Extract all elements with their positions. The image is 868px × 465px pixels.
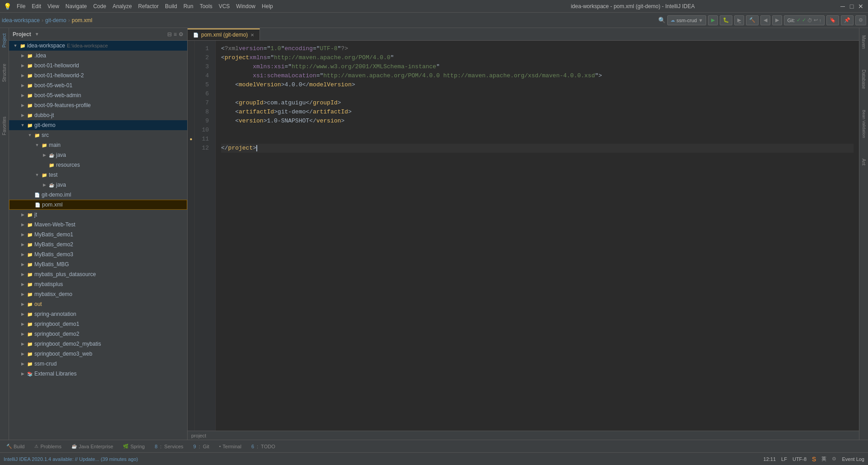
menu-run[interactable]: Run [181,2,196,10]
bean-validation-tab[interactable]: Bean Validation [861,106,867,141]
status-lang-icon[interactable]: 英 [821,456,826,462]
tree-item-mavenwebtest[interactable]: ▶ 📁 Maven-Web-Test [9,220,187,230]
forward-button[interactable]: ▶ [772,15,782,25]
tree-item-main[interactable]: ▼ 📁 main [9,140,187,150]
status-position[interactable]: 12:11 [764,456,776,462]
menu-code[interactable]: Code [90,2,109,10]
maven-tab[interactable]: Maven [860,32,867,52]
tree-item-mybatisplusds[interactable]: ▶ 📁 mybatis_plus_datasource [9,269,187,279]
tree-item-gitdemo[interactable]: ▼ 📁 git-demo [9,120,187,130]
run-button[interactable]: ▶ [708,15,718,25]
ant-tab[interactable]: Ant [860,155,867,169]
close-button[interactable]: ✕ [857,3,864,10]
bottom-tab-todo[interactable]: 6 : TODO [247,441,280,452]
gear-icon[interactable]: ⚙ [179,31,184,38]
tree-item-boot05webadmin[interactable]: ▶ 📁 boot-05-web-admin [9,90,187,100]
tree-item-out[interactable]: ▶ 📁 out [9,299,187,309]
tree-item-ssmcrud[interactable]: ▶ 📁 ssm-crud [9,359,187,369]
tree-item-mybatismbg[interactable]: ▶ 📁 MyBatis_MBG [9,259,187,269]
tree-item-sbdemo3web[interactable]: ▶ 📁 springboot_demo3_web [9,349,187,359]
back-button[interactable]: ◀ [760,15,770,25]
menu-window[interactable]: Window [233,2,258,10]
bottom-tab-spring[interactable]: 🌿 Spring [118,441,149,452]
bottom-tab-build[interactable]: 🔨 Build [2,441,29,452]
tree-item-sbdemo2mybatis[interactable]: ▶ 📁 springboot_demo2_mybatis [9,339,187,349]
menu-help[interactable]: Help [259,2,276,10]
status-event-log[interactable]: Event Log [842,456,864,462]
tree-item-pom[interactable]: 📄 pom.xml [9,200,187,210]
tree-item-boot01-2[interactable]: ▶ 📁 boot-01-helloworld-2 [9,70,187,80]
search-everywhere-icon[interactable]: 🔍 [658,17,665,23]
favorites-side-tab[interactable]: Favorites [1,113,8,139]
code-editor[interactable]: ● 1 2 3 4 5 6 7 8 9 10 11 12 [188,41,859,431]
git-revert-icon[interactable]: ↩ [814,17,818,23]
pin-icon[interactable]: 📌 [841,15,854,25]
tree-item-sbdemo1[interactable]: ▶ 📁 springboot_demo1 [9,319,187,329]
tree-item-boot09[interactable]: ▶ 📁 boot-09-features-profile [9,100,187,110]
menu-view[interactable]: View [45,2,62,10]
git-check-icon[interactable]: ✓ [797,17,801,23]
maximize-button[interactable]: □ [848,3,855,10]
menu-refactor[interactable]: Refactor [136,2,161,10]
minimize-button[interactable]: ─ [839,3,846,10]
database-tab[interactable]: Database [860,66,867,93]
tree-item-boot05web01[interactable]: ▶ 📁 boot-05-web-01 [9,80,187,90]
expand-iml-icon [27,192,33,197]
project-dropdown-icon[interactable]: ▼ [35,32,39,37]
tree-item-src[interactable]: ▼ 📁 src [9,130,187,140]
menu-file[interactable]: File [14,2,28,10]
tab-close-button[interactable]: ✕ [250,33,254,38]
debug-button[interactable]: 🐛 [720,15,732,25]
tree-item-java-main[interactable]: ▶ ☕ java [9,150,187,160]
collapse-all-icon[interactable]: ⊟ [167,31,172,38]
bookmark-icon[interactable]: 🔖 [826,15,839,25]
project-side-tab[interactable]: Project [1,30,8,51]
editor-tab-pom[interactable]: 📄 pom.xml (git-demo) ✕ [188,28,260,40]
tree-item-mybatis2[interactable]: ▶ 📁 MyBatis_demo2 [9,240,187,249]
status-line-ending[interactable]: LF [781,456,787,462]
tree-item-sbdemo2[interactable]: ▶ 📁 springboot_demo2 [9,329,187,339]
breadcrumb-item-3[interactable]: pom.xml [72,17,92,23]
bottom-tab-git[interactable]: 9 : Git [189,441,214,452]
settings-icon[interactable]: ⚙ [855,15,866,25]
menu-edit[interactable]: Edit [29,2,44,10]
status-message[interactable]: IntelliJ IDEA 2020.1.4 available: // Upd… [4,456,138,462]
tree-item-mybatisplus[interactable]: ▶ 📁 mybatisplus [9,279,187,289]
tree-item-test[interactable]: ▼ 📁 test [9,170,187,180]
tree-item-mybatis3[interactable]: ▶ 📁 MyBatis_demo3 [9,249,187,259]
breadcrumb-item-1[interactable]: idea-workspace [2,17,40,23]
git-push-icon[interactable]: ↑ [819,18,822,23]
tree-item-mybatis1[interactable]: ▶ 📁 MyBatis_demo1 [9,230,187,240]
structure-side-tab[interactable]: Structure [1,60,8,86]
tree-item-root[interactable]: ▼ 📁 idea-workspace E:\idea-workspace [9,41,187,51]
tree-item-boot01[interactable]: ▶ 📁 boot-01-helloworld [9,61,187,70]
tree-item-idea[interactable]: ▶ 📁 .idea [9,51,187,61]
tree-item-java-test[interactable]: ▶ ☕ java [9,180,187,190]
coverage-button[interactable]: ▶̲ [734,15,744,25]
bottom-tab-problems[interactable]: ⚠ Problems [30,441,66,452]
bottom-tab-terminal[interactable]: ▪ Terminal [215,441,246,452]
tree-item-jt[interactable]: ▶ 📁 jt [9,210,187,220]
tree-item-springanno[interactable]: ▶ 📁 spring-annotation [9,309,187,319]
bottom-tab-services[interactable]: 8 : Services [150,441,188,452]
tree-item-resources[interactable]: 📁 resources [9,160,187,170]
tree-item-mybatisxdemo[interactable]: ▶ 📁 mybatisx_demo [9,289,187,299]
status-encoding[interactable]: UTF-8 [793,456,807,462]
status-settings-icon[interactable]: ⚙ [832,456,836,462]
tree-item-gitdemo-iml[interactable]: 📄 git-demo.iml [9,190,187,200]
build-button[interactable]: 🔨 [746,15,759,25]
menu-analyze[interactable]: Analyze [110,2,135,10]
breadcrumb-item-2[interactable]: git-demo [45,17,66,23]
git-history-icon[interactable]: ⏱ [807,18,812,23]
tree-item-dubbo[interactable]: ▶ 📁 dubbo-jt [9,110,187,120]
code-content[interactable]: <?xml version="1.0" encoding="UTF-8"?> <… [216,41,859,431]
run-config-dropdown[interactable]: ☁ ssm-crud ▼ [667,15,706,25]
menu-vcs[interactable]: VCS [216,2,233,10]
tree-item-extlibs[interactable]: ▶ 📚 External Libraries [9,369,187,379]
expand-icon[interactable]: ≡ [174,31,177,38]
bottom-tab-javaee[interactable]: ☕ Java Enterprise [67,441,118,452]
menu-navigate[interactable]: Navigate [63,2,90,10]
menu-tools[interactable]: Tools [197,2,215,10]
git-check2-icon[interactable]: ✓ [802,17,806,23]
menu-build[interactable]: Build [162,2,180,10]
